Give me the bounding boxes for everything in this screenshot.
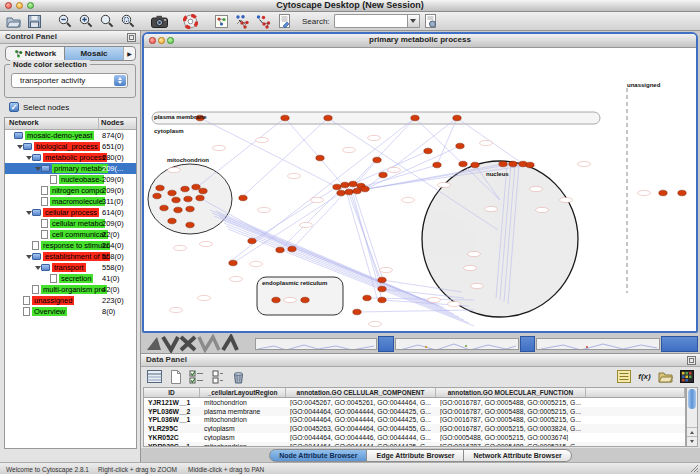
network-node[interactable] [678,190,686,196]
tree-expander-icon[interactable] [25,156,32,160]
network-node[interactable] [229,260,237,266]
zoom-in-icon[interactable] [76,13,96,30]
network-node[interactable] [499,161,507,167]
select-attributes-icon[interactable] [188,369,205,385]
network-node[interactable] [281,115,289,121]
save-icon[interactable] [24,13,44,30]
table-cell[interactable]: cytoplasm [200,434,286,441]
column-header[interactable]: _cellularLayoutRegion [200,388,286,397]
network-node[interactable] [160,205,168,211]
tree-row[interactable]: mosaic-demo-yeast874(0) [5,130,136,141]
network-edge[interactable] [285,118,349,192]
tab-scroll-right-icon[interactable]: ▶ [123,47,135,60]
network-node[interactable] [363,295,371,301]
network-node[interactable] [456,143,464,149]
network-window-close-button[interactable] [149,37,156,44]
network-node[interactable] [186,222,194,228]
network-node[interactable] [196,195,204,201]
column-header[interactable]: annotation.GO CELLULAR_COMPONENT [286,388,436,397]
tree-expander-icon[interactable] [34,167,41,171]
tree-row[interactable]: biological_process651(0) [5,141,136,152]
network-node[interactable] [272,297,280,303]
table-cell[interactable]: [GO:0016787, GO:0005488, GO:0005215, G..… [436,408,586,415]
network-node[interactable] [168,218,176,224]
tab-mosaic[interactable]: Mosaic [64,47,123,60]
tab-network[interactable]: Network [6,47,64,60]
network-node[interactable] [353,188,361,194]
network-node[interactable] [378,277,386,283]
tree-column-network[interactable]: Network [5,118,98,129]
tree-header[interactable]: Network Nodes [5,118,136,130]
view-network-icon[interactable] [211,13,231,30]
table-cell[interactable]: YJR121W__1 [144,399,200,406]
tab-node-attribute-browser[interactable]: Node Attribute Browser [269,449,367,462]
table-row[interactable]: YLR295Ccytoplasm[GO:0045263, GO:0044464,… [144,424,685,433]
network-node[interactable] [411,115,419,121]
background-window-sliver[interactable] [255,338,377,350]
tree-expander-icon[interactable] [34,266,41,270]
network-graph[interactable] [144,48,696,333]
tree-column-nodes[interactable]: Nodes [98,118,136,129]
tree-row[interactable]: establishment of lo558(0) [5,251,136,262]
node-color-dropdown[interactable]: transporter activity [11,73,128,88]
table-cell[interactable]: [GO:0016787, GO:0005488, GO:0005215, G..… [436,416,586,423]
network-node[interactable] [276,247,284,253]
network-node[interactable] [337,190,345,196]
table-cell[interactable]: [GO:0016787, GO:0005215, GO:0003824, G..… [436,425,586,432]
network-edge[interactable] [252,187,337,241]
delete-attribute-icon[interactable] [230,369,247,385]
network-node[interactable] [186,206,194,212]
tree-row[interactable]: nucleobase-209(0) [5,174,136,185]
table-row[interactable]: YKR052Ccytoplasm[GO:0044464, GO:0044446,… [144,433,685,442]
table-cell[interactable]: cytoplasm [200,425,286,432]
background-window-sliver[interactable] [536,338,660,350]
open-icon[interactable] [3,13,23,30]
tree-row[interactable]: transport558(0) [5,262,136,273]
network-node[interactable] [659,190,667,196]
network-node[interactable] [345,189,353,195]
attribute-list-icon[interactable] [615,369,632,385]
zoom-out-icon[interactable] [55,13,75,30]
region-plasma-membrane[interactable] [152,112,600,124]
network-node[interactable] [192,184,200,190]
tree-row[interactable]: cell communicat22(0) [5,229,136,240]
table-cell[interactable]: [GO:0045267, GO:0045261, GO:0044464, G..… [286,399,436,406]
network-node[interactable] [239,195,247,201]
network-view-window[interactable]: primary metabolic process plasma membran… [142,32,698,333]
table-row[interactable]: YJR121W__1mitochondrion[GO:0045267, GO:0… [144,398,685,407]
network-node[interactable] [349,181,357,187]
tab-network-attribute-browser[interactable]: Network Attribute Browser [464,449,571,462]
background-window-edge[interactable] [661,336,698,352]
help-icon[interactable] [180,13,200,30]
resize-grip[interactable] [689,463,699,473]
table-cell[interactable]: [GO:0045263, GO:0044464, GO:0044455, G..… [286,425,436,432]
layout-attribute-icon[interactable] [253,13,273,30]
network-node[interactable] [153,193,161,199]
table-cell[interactable]: [GO:0044464, GO:0044446, GO:0044444, G..… [286,434,436,441]
import-attributes-icon[interactable] [657,369,674,385]
scrollbar-thumb[interactable] [688,389,696,409]
tree-expander-icon[interactable] [16,145,23,149]
snapshot-icon[interactable] [149,13,169,30]
network-node[interactable] [341,182,349,188]
network-node[interactable] [301,297,309,303]
table-cell[interactable]: mitochondrion [200,399,286,406]
column-header[interactable]: annotation.GO MOLECULAR_FUNCTION [436,388,586,397]
network-node[interactable] [172,197,180,203]
network-edge[interactable] [280,185,345,250]
select-nodes-checkbox[interactable]: ✓ [9,102,19,112]
minimize-button[interactable] [16,2,23,9]
network-edge[interactable] [357,310,474,312]
network-node[interactable] [288,246,296,252]
table-cell[interactable]: [GO:0005488, GO:0005215, GO:0003674] [436,434,586,441]
tree-expander-icon[interactable] [25,255,32,259]
table-row[interactable]: YPL036W__2plasma membrane[GO:0044464, GO… [144,407,685,416]
attribute-matrix-icon[interactable] [678,369,695,385]
network-node[interactable] [168,190,176,196]
network-node[interactable] [361,186,369,192]
network-node[interactable] [459,161,467,167]
table-cell[interactable]: YPL036W__1 [144,416,200,423]
network-node[interactable] [453,115,461,121]
table-row[interactable]: YPL036W__1mitochondrion[GO:0044464, GO:0… [144,416,685,425]
tree-row[interactable]: Overview8(0) [5,306,136,317]
